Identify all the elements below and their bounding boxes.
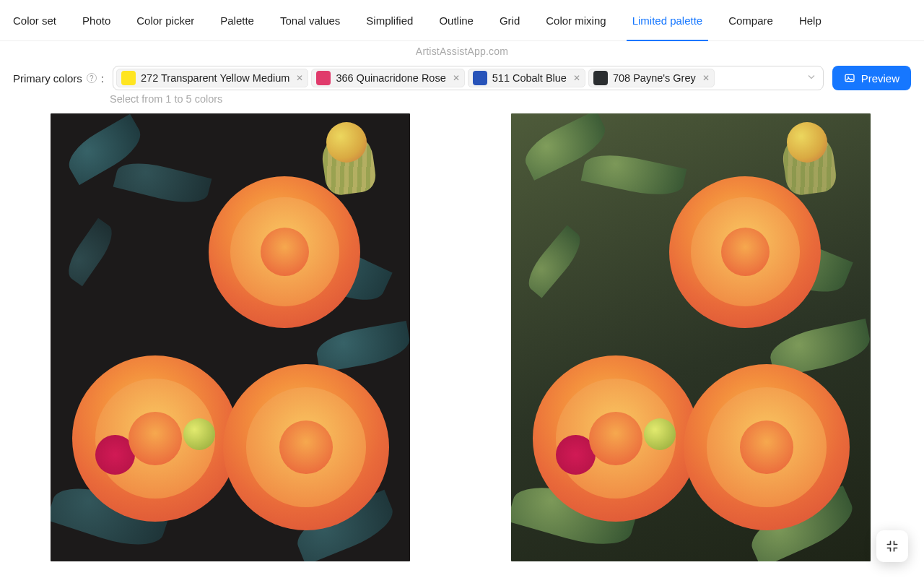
- tab-color-set[interactable]: Color set: [13, 0, 56, 41]
- original-photo-preview: [511, 113, 871, 561]
- close-icon[interactable]: ✕: [296, 73, 303, 83]
- primary-colors-label-text: Primary colors: [13, 72, 82, 85]
- tag-label: 366 Quinacridone Rose: [336, 72, 445, 84]
- tab-limited-palette[interactable]: Limited palette: [632, 0, 703, 41]
- close-icon[interactable]: ✕: [573, 73, 580, 83]
- preview-button-label: Preview: [861, 72, 899, 85]
- limited-palette-preview: [51, 113, 410, 561]
- fullscreen-exit-button[interactable]: [876, 530, 908, 561]
- controls-row: Primary colors ? : 272 Transparent Yello…: [0, 57, 924, 90]
- swatch-icon: [121, 71, 136, 85]
- image-panels: [0, 105, 924, 561]
- main-tabs: Color set Photo Color picker Palette Ton…: [0, 0, 924, 41]
- tag-label: 708 Payne's Grey: [613, 72, 696, 84]
- close-icon[interactable]: ✕: [453, 73, 460, 83]
- tab-outline[interactable]: Outline: [439, 0, 474, 41]
- tag-rose: 366 Quinacridone Rose ✕: [311, 69, 464, 87]
- tag-label: 272 Transparent Yellow Medium: [141, 72, 289, 84]
- tag-grey: 708 Payne's Grey ✕: [588, 69, 715, 87]
- close-icon[interactable]: ✕: [702, 73, 710, 83]
- tab-photo[interactable]: Photo: [82, 0, 110, 41]
- colon: :: [101, 72, 104, 85]
- swatch-icon: [316, 71, 331, 85]
- image-icon: [844, 72, 855, 84]
- tab-grid[interactable]: Grid: [500, 0, 520, 41]
- swatch-icon: [593, 71, 608, 85]
- tab-tonal-values[interactable]: Tonal values: [280, 0, 340, 41]
- select-hint: Select from 1 to 5 colors: [0, 90, 924, 105]
- primary-colors-select[interactable]: 272 Transparent Yellow Medium ✕ 366 Quin…: [113, 66, 824, 90]
- chevron-down-icon[interactable]: [807, 73, 816, 84]
- tab-simplified[interactable]: Simplified: [366, 0, 413, 41]
- tab-color-picker[interactable]: Color picker: [136, 0, 194, 41]
- tab-help[interactable]: Help: [799, 0, 821, 41]
- preview-button[interactable]: Preview: [832, 66, 911, 90]
- tab-color-mixing[interactable]: Color mixing: [546, 0, 606, 41]
- tag-blue: 511 Cobalt Blue ✕: [468, 69, 585, 87]
- primary-colors-label: Primary colors ? :: [13, 72, 104, 85]
- tab-compare[interactable]: Compare: [728, 0, 773, 41]
- tab-palette[interactable]: Palette: [220, 0, 254, 41]
- help-icon[interactable]: ?: [87, 73, 97, 83]
- fullscreen-exit-icon: [885, 539, 899, 553]
- branding-text: ArtistAssistApp.com: [0, 46, 924, 57]
- tag-label: 511 Cobalt Blue: [492, 72, 567, 84]
- swatch-icon: [473, 71, 487, 85]
- tag-yellow: 272 Transparent Yellow Medium ✕: [116, 69, 308, 87]
